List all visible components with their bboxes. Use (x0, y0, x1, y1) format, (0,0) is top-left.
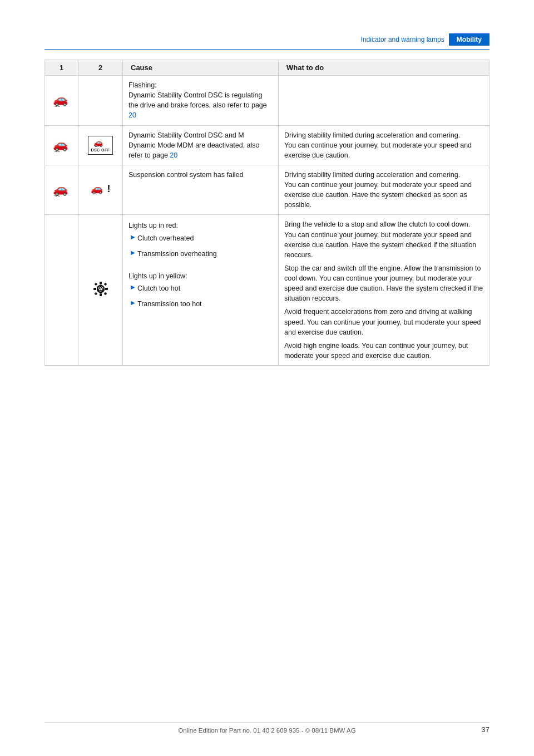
svg-text:~~: ~~ (92, 192, 97, 197)
what-transmission-overheating: Stop the car and switch off the engine. … (284, 263, 483, 304)
svg-rect-13 (93, 288, 96, 290)
transmission-overheating-label: Transmission overheating (137, 249, 217, 259)
svg-rect-14 (105, 288, 108, 290)
icon-cell-1: 🚗 ~~ (45, 76, 78, 126)
arrow-icon-2: ▶ (131, 249, 135, 257)
header-title-right: Mobility (449, 33, 490, 46)
suspension-icon: 🚗 ~~ ! (91, 181, 111, 197)
car-dsc-icon-2: 🚗 ~~ (52, 136, 72, 154)
cause-cell: Flashing: Dynamic Stability Control DSC … (123, 76, 279, 126)
arrow-icon-4: ▶ (131, 299, 135, 307)
car-dsc-icon: 🚗 ~~ (52, 91, 72, 109)
icon-cell-1-r3: 🚗 ~~ (45, 165, 78, 215)
footer: Online Edition for Part no. 01 40 2 609 … (44, 722, 490, 734)
icon-cell-2 (78, 76, 123, 126)
svg-rect-15 (94, 282, 97, 286)
dsc-off-icon: 🚗 ~~ DSC OFF (88, 136, 112, 155)
what-transmission-hot: Avoid high engine loads. You can continu… (284, 341, 483, 361)
car-icon-small: 🚗 ~~ (93, 138, 107, 148)
svg-rect-12 (100, 293, 102, 296)
header-bar: Indicator and warning lamps Mobility (44, 33, 490, 50)
car-suspension-icon: 🚗 ~~ (91, 181, 106, 197)
dsc-off-label: DSC OFF (91, 148, 110, 153)
cause-cell-r3: Suspension control system has failed (123, 165, 279, 215)
footer-text: Online Edition for Part no. 01 40 2 609 … (178, 727, 355, 734)
icon-cell-1-r4 (45, 215, 78, 366)
cause-text-1: Flashing: Dynamic Stability Control DSC … (128, 81, 267, 119)
lights-red-label: Lights up in red: (128, 220, 273, 230)
svg-text:~~: ~~ (54, 149, 60, 154)
table-header-row: 1 2 Cause What to do (45, 60, 490, 76)
clutch-overheated-label: Clutch overheated (137, 233, 194, 243)
what-cell-r4: Bring the vehicle to a stop and allow th… (279, 215, 490, 366)
arrow-icon-3: ▶ (131, 283, 135, 292)
col-2-header: 2 (78, 60, 123, 76)
red-item-1-label: ▶ Clutch overheated (131, 233, 273, 243)
cause-text-3: Suspension control system has failed (128, 171, 243, 179)
icon-cell-2-r4: ! (78, 215, 123, 366)
page-link-20-2[interactable]: 20 (170, 151, 177, 159)
svg-rect-17 (94, 292, 97, 295)
icon-cell-2-r3: 🚗 ~~ ! (78, 165, 123, 215)
arrow-icon-1: ▶ (131, 233, 135, 242)
cause-text-2: Dynamic Stability Control DSC and M Dyna… (128, 131, 260, 159)
table-row: 🚗 ~~ Flashing: Dynamic Stability Control… (45, 76, 490, 126)
table-row: 🚗 ~~ 🚗 ~~ ! Suspension control system ha… (45, 165, 490, 215)
col-what-header: What to do (279, 60, 490, 76)
cause-cell-r4: Lights up in red: ▶ Clutch overheated ▶ … (123, 215, 279, 366)
red-item-2-label: ▶ Transmission overheating (131, 249, 273, 259)
gear-warning-icon: ! (90, 278, 111, 300)
what-text-3: Driving stability limited during acceler… (284, 171, 472, 209)
table-row: ! Lights up in red: ▶ Clutch overheated … (45, 215, 490, 366)
svg-rect-11 (100, 282, 102, 284)
col-1-header: 1 (45, 60, 78, 76)
what-cell (279, 76, 490, 126)
lights-yellow-label: Lights up in yellow: (128, 271, 273, 281)
page-link-20-1[interactable]: 20 (128, 111, 136, 119)
svg-text:~~: ~~ (54, 104, 60, 109)
yellow-item-1-label: ▶ Clutch too hot (131, 283, 273, 293)
what-clutch-overheated: Bring the vehicle to a stop and allow th… (284, 219, 483, 260)
page-container: Indicator and warning lamps Mobility 1 2… (0, 0, 534, 756)
car-dsc-icon-3: 🚗 ~~ (52, 181, 72, 199)
cause-cell-r2: Dynamic Stability Control DSC and M Dyna… (123, 125, 279, 165)
svg-rect-18 (103, 292, 107, 295)
exclamation-icon: ! (107, 181, 111, 196)
what-clutch-hot: Avoid frequent accelerations from zero a… (284, 307, 483, 337)
what-text-2: Driving stability limited during acceler… (284, 131, 472, 159)
icon-cell-2-r2: 🚗 ~~ DSC OFF (78, 125, 123, 165)
what-cell-r3: Driving stability limited during acceler… (279, 165, 490, 215)
col-cause-header: Cause (123, 60, 279, 76)
table-row: 🚗 ~~ 🚗 ~~ DSC OFF Dynamic Stability Cont… (45, 125, 490, 165)
header-title-left: Indicator and warning lamps (44, 36, 449, 43)
svg-text:~~: ~~ (54, 193, 60, 199)
clutch-hot-label: Clutch too hot (137, 283, 180, 293)
yellow-item-2-label: ▶ Transmission too hot (131, 299, 273, 309)
page-number: 37 (482, 725, 490, 734)
transmission-hot-label: Transmission too hot (137, 299, 202, 309)
what-cell-r2: Driving stability limited during acceler… (279, 125, 490, 165)
svg-rect-16 (103, 282, 107, 286)
icon-cell-1-r2: 🚗 ~~ (45, 125, 78, 165)
main-table: 1 2 Cause What to do 🚗 ~~ Flashing: (44, 60, 490, 366)
